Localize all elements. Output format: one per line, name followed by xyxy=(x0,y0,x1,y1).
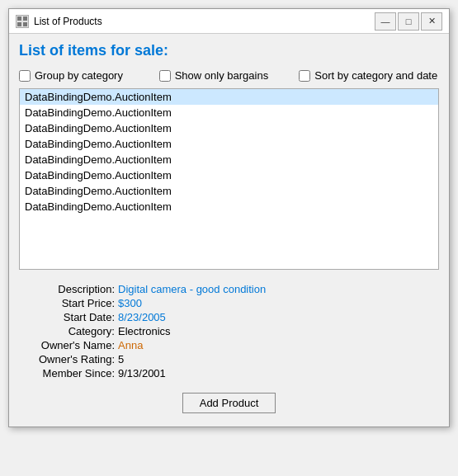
window-title: List of Products xyxy=(34,16,102,27)
owners-rating-value: 5 xyxy=(118,353,439,365)
window-controls: — □ ✕ xyxy=(375,12,442,31)
list-item[interactable]: DataBindingDemo.AuctionItem xyxy=(20,199,438,214)
minimize-button[interactable]: — xyxy=(375,12,396,31)
show-only-bargains-checkbox-item[interactable]: Show only bargains xyxy=(159,69,300,82)
owners-rating-label: Owner's Rating: xyxy=(19,353,118,365)
list-item[interactable]: DataBindingDemo.AuctionItem xyxy=(20,136,438,152)
sort-by-category-and-date-label: Sort by category and date xyxy=(314,69,437,82)
start-date-value: 8/23/2005 xyxy=(118,311,439,323)
list-item[interactable]: DataBindingDemo.AuctionItem xyxy=(20,183,438,199)
description-label: Description: xyxy=(19,283,118,295)
description-value: Digital camera - good condition xyxy=(118,283,439,295)
category-value: Electronics xyxy=(118,325,439,337)
maximize-button[interactable]: □ xyxy=(398,12,419,31)
group-by-category-checkbox[interactable] xyxy=(19,70,31,82)
owners-name-label: Owner's Name: xyxy=(19,339,118,351)
sort-by-category-and-date-checkbox[interactable] xyxy=(299,70,310,82)
button-row: Add Product xyxy=(19,386,439,418)
checkboxes-row: Group by category Show only bargains Sor… xyxy=(19,69,439,82)
products-list[interactable]: DataBindingDemo.AuctionItemDataBindingDe… xyxy=(19,88,439,270)
close-button[interactable]: ✕ xyxy=(421,12,442,31)
member-since-label: Member Since: xyxy=(19,367,118,379)
start-price-label: Start Price: xyxy=(19,297,118,309)
list-item[interactable]: DataBindingDemo.AuctionItem xyxy=(20,105,438,120)
details-section: Description: Digital camera - good condi… xyxy=(19,278,439,386)
start-date-label: Start Date: xyxy=(19,311,118,323)
member-since-value: 9/13/2001 xyxy=(118,367,439,379)
start-price-value: $300 xyxy=(118,297,439,309)
main-window: List of Products — □ ✕ List of items for… xyxy=(8,8,450,427)
window-icon xyxy=(16,15,29,28)
svg-rect-1 xyxy=(23,16,27,21)
group-by-category-checkbox-item[interactable]: Group by category xyxy=(19,69,159,82)
title-bar: List of Products — □ ✕ xyxy=(9,9,449,34)
add-product-button[interactable]: Add Product xyxy=(182,393,276,413)
show-only-bargains-label: Show only bargains xyxy=(175,69,268,82)
sort-by-category-and-date-checkbox-item[interactable]: Sort by category and date xyxy=(299,69,439,82)
list-item[interactable]: DataBindingDemo.AuctionItem xyxy=(20,167,438,183)
window-content: List of items for sale: Group by categor… xyxy=(9,34,449,427)
svg-rect-2 xyxy=(17,22,21,26)
list-item[interactable]: DataBindingDemo.AuctionItem xyxy=(20,89,438,105)
category-label: Category: xyxy=(19,325,118,337)
svg-rect-0 xyxy=(17,16,21,21)
group-by-category-label: Group by category xyxy=(35,69,123,82)
title-bar-left: List of Products xyxy=(16,15,102,28)
list-item[interactable]: DataBindingDemo.AuctionItem xyxy=(20,120,438,136)
svg-rect-3 xyxy=(23,22,27,26)
show-only-bargains-checkbox[interactable] xyxy=(159,70,171,82)
list-item[interactable]: DataBindingDemo.AuctionItem xyxy=(20,152,438,167)
owners-name-value: Anna xyxy=(118,339,439,351)
page-title: List of items for sale: xyxy=(19,42,439,59)
